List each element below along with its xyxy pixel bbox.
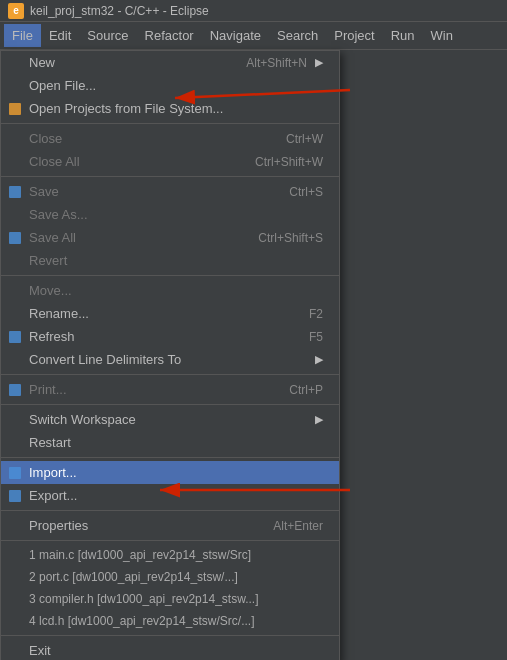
menu-navigate[interactable]: Navigate — [202, 24, 269, 47]
menu-item-save-all: Save AllCtrl+Shift+S — [1, 226, 339, 249]
menu-refactor[interactable]: Refactor — [137, 24, 202, 47]
shortcut-save: Ctrl+S — [289, 185, 323, 199]
menu-item-new[interactable]: NewAlt+Shift+N▶ — [1, 51, 339, 74]
file-dropdown-menu: NewAlt+Shift+N▶Open File... Open Project… — [0, 50, 340, 660]
label-exit: Exit — [29, 643, 323, 658]
menu-edit[interactable]: Edit — [41, 24, 79, 47]
menu-separator-31 — [1, 635, 339, 636]
icon-print — [7, 382, 23, 398]
menu-project[interactable]: Project — [326, 24, 382, 47]
menu-separator-3 — [1, 123, 339, 124]
shortcut-rename: F2 — [309, 307, 323, 321]
shortcut-save-all: Ctrl+Shift+S — [258, 231, 323, 245]
menu-item-open-file[interactable]: Open File... — [1, 74, 339, 97]
label-rename: Rename... — [29, 306, 269, 321]
menu-separator-16 — [1, 374, 339, 375]
label-save-as: Save As... — [29, 207, 323, 222]
shortcut-new: Alt+Shift+N — [246, 56, 307, 70]
app-icon: e — [8, 3, 24, 19]
svg-rect-5 — [9, 467, 21, 479]
label-print: Print... — [29, 382, 249, 397]
menu-item-refresh[interactable]: RefreshF5 — [1, 325, 339, 348]
menu-item-move: Move... — [1, 279, 339, 302]
menu-separator-21 — [1, 457, 339, 458]
shortcut-close-all: Ctrl+Shift+W — [255, 155, 323, 169]
icon-refresh — [7, 329, 23, 345]
label-revert: Revert — [29, 253, 323, 268]
label-recent2: 2 port.c [dw1000_api_rev2p14_stsw/...] — [29, 570, 323, 584]
menu-separator-18 — [1, 404, 339, 405]
svg-rect-2 — [9, 232, 21, 244]
label-open-file: Open File... — [29, 78, 323, 93]
label-export: Export... — [29, 488, 323, 503]
menu-item-print: Print...Ctrl+P — [1, 378, 339, 401]
menu-separator-6 — [1, 176, 339, 177]
svg-rect-3 — [9, 331, 21, 343]
menu-item-convert-line[interactable]: Convert Line Delimiters To▶ — [1, 348, 339, 371]
shortcut-print: Ctrl+P — [289, 383, 323, 397]
menu-item-exit[interactable]: Exit — [1, 639, 339, 660]
label-properties: Properties — [29, 518, 233, 533]
label-switch-workspace: Switch Workspace — [29, 412, 307, 427]
svg-rect-1 — [9, 186, 21, 198]
shortcut-properties: Alt+Enter — [273, 519, 323, 533]
label-close-all: Close All — [29, 154, 215, 169]
menu-item-import[interactable]: Import... — [1, 461, 339, 484]
menu-separator-26 — [1, 540, 339, 541]
label-import: Import... — [29, 465, 323, 480]
menu-run[interactable]: Run — [383, 24, 423, 47]
menu-source[interactable]: Source — [79, 24, 136, 47]
label-recent4: 4 lcd.h [dw1000_api_rev2p14_stsw/Src/...… — [29, 614, 323, 628]
menu-item-save: SaveCtrl+S — [1, 180, 339, 203]
menu-item-recent2[interactable]: 2 port.c [dw1000_api_rev2p14_stsw/...] — [1, 566, 339, 588]
svg-rect-4 — [9, 384, 21, 396]
menu-bar: File Edit Source Refactor Navigate Searc… — [0, 22, 507, 50]
menu-item-recent1[interactable]: 1 main.c [dw1000_api_rev2p14_stsw/Src] — [1, 544, 339, 566]
shortcut-refresh: F5 — [309, 330, 323, 344]
menu-item-restart[interactable]: Restart — [1, 431, 339, 454]
label-recent3: 3 compiler.h [dw1000_api_rev2p14_stsw...… — [29, 592, 323, 606]
label-open-projects: Open Projects from File System... — [29, 101, 323, 116]
label-restart: Restart — [29, 435, 323, 450]
menu-win[interactable]: Win — [423, 24, 461, 47]
menu-separator-24 — [1, 510, 339, 511]
label-refresh: Refresh — [29, 329, 269, 344]
menu-item-close-all: Close AllCtrl+Shift+W — [1, 150, 339, 173]
arrow-convert-line: ▶ — [315, 353, 323, 366]
label-new: New — [29, 55, 206, 70]
label-save: Save — [29, 184, 249, 199]
shortcut-close: Ctrl+W — [286, 132, 323, 146]
label-close: Close — [29, 131, 246, 146]
label-recent1: 1 main.c [dw1000_api_rev2p14_stsw/Src] — [29, 548, 323, 562]
menu-item-properties[interactable]: PropertiesAlt+Enter — [1, 514, 339, 537]
svg-rect-6 — [9, 490, 21, 502]
icon-open-projects — [7, 101, 23, 117]
menu-item-revert: Revert — [1, 249, 339, 272]
label-convert-line: Convert Line Delimiters To — [29, 352, 307, 367]
menu-file[interactable]: File — [4, 24, 41, 47]
menu-item-switch-workspace[interactable]: Switch Workspace▶ — [1, 408, 339, 431]
label-save-all: Save All — [29, 230, 218, 245]
svg-rect-0 — [9, 103, 21, 115]
menu-item-rename[interactable]: Rename...F2 — [1, 302, 339, 325]
icon-save — [7, 184, 23, 200]
menu-item-save-as: Save As... — [1, 203, 339, 226]
menu-item-recent4[interactable]: 4 lcd.h [dw1000_api_rev2p14_stsw/Src/...… — [1, 610, 339, 632]
title-bar: e keil_proj_stm32 - C/C++ - Eclipse — [0, 0, 507, 22]
label-move: Move... — [29, 283, 323, 298]
icon-import — [7, 465, 23, 481]
menu-item-open-projects[interactable]: Open Projects from File System... — [1, 97, 339, 120]
arrow-switch-workspace: ▶ — [315, 413, 323, 426]
menu-item-export[interactable]: Export... — [1, 484, 339, 507]
menu-item-recent3[interactable]: 3 compiler.h [dw1000_api_rev2p14_stsw...… — [1, 588, 339, 610]
menu-item-close: CloseCtrl+W — [1, 127, 339, 150]
window-title: keil_proj_stm32 - C/C++ - Eclipse — [30, 4, 209, 18]
arrow-new: ▶ — [315, 56, 323, 69]
menu-search[interactable]: Search — [269, 24, 326, 47]
menu-separator-11 — [1, 275, 339, 276]
icon-save-all — [7, 230, 23, 246]
icon-export — [7, 488, 23, 504]
